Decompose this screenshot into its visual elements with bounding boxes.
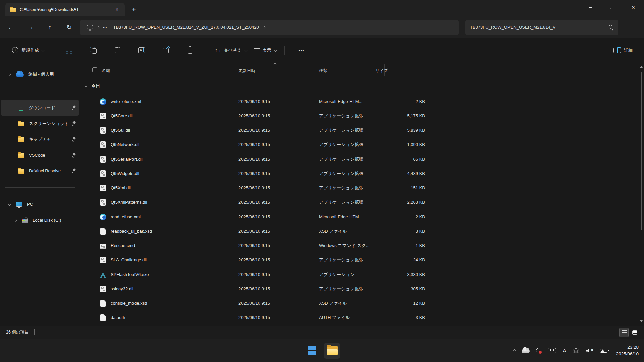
address-bar[interactable]: TB373FU_ROW_OPEN_USER_M21.814_V_ZUI_17.0… xyxy=(80,20,459,35)
collapse-chevron-icon[interactable] xyxy=(8,203,11,205)
scrollbar-thumb[interactable] xyxy=(641,72,642,230)
paste-button[interactable] xyxy=(110,44,125,57)
file-explorer-taskbar-button[interactable] xyxy=(324,343,340,359)
file-row[interactable]: Qt5XmlPatterns.dll 2025/06/10 9:15 アプリケー… xyxy=(80,195,644,209)
file-row[interactable]: Qt5SerialPort.dll 2025/06/10 9:15 アプリケーシ… xyxy=(80,152,644,166)
column-header-name[interactable]: 名前 xyxy=(102,68,110,74)
collapse-chevron-icon[interactable] xyxy=(85,85,87,87)
ime-mode-button[interactable]: A xyxy=(562,348,566,353)
refresh-button[interactable] xyxy=(63,21,75,34)
file-date: 2025/06/10 9:15 xyxy=(238,238,314,253)
sidebar-item-pc[interactable]: PC xyxy=(1,196,79,212)
file-name: read_efuse.xml xyxy=(111,214,141,219)
file-tab[interactable]: C:¥Users¥eusng¥Downloads¥T xyxy=(5,3,125,16)
vertical-scrollbar[interactable] xyxy=(639,64,643,324)
maximize-button[interactable] xyxy=(601,0,623,15)
close-button[interactable] xyxy=(623,0,644,15)
file-row[interactable]: read_efuse.xml 2025/06/10 9:15 Microsoft… xyxy=(80,209,644,224)
sidebar-pinned-item[interactable]: スクリーンショット xyxy=(1,116,79,131)
file-row[interactable]: SLA_Challenge.dll 2025/06/10 9:15 アプリケーシ… xyxy=(80,253,644,267)
share-button[interactable] xyxy=(158,44,173,57)
sidebar-pinned-item[interactable]: DaVinci Resolve xyxy=(1,163,79,179)
column-header-size[interactable]: サイズ xyxy=(375,68,388,74)
status-bar: 26 個の項目 xyxy=(0,326,644,339)
wifi-button[interactable] xyxy=(572,348,580,353)
chevron-right-icon xyxy=(97,26,99,28)
new-tab-button[interactable] xyxy=(128,4,140,15)
sidebar-item-label: VSCode xyxy=(29,153,67,158)
file-row[interactable]: console_mode.xsd 2025/06/10 9:15 XSD ファイ… xyxy=(80,296,644,310)
breadcrumb-ellipsis[interactable] xyxy=(101,24,109,31)
file-row[interactable]: Qt5Network.dll 2025/06/10 9:15 アプリケーション拡… xyxy=(80,137,644,152)
sort-ascending-icon xyxy=(274,63,276,66)
sync-tray-button[interactable] xyxy=(536,348,541,353)
copy-button[interactable] xyxy=(86,44,101,57)
taskbar-clock[interactable]: 23:28 2025/06/10 xyxy=(616,344,639,357)
file-row[interactable]: readback_ui_bak.xsd 2025/06/10 9:15 XSD … xyxy=(80,224,644,238)
scroll-up-icon[interactable] xyxy=(640,66,643,68)
column-divider[interactable] xyxy=(316,64,316,76)
file-row[interactable]: ssleay32.dll 2025/06/10 9:15 アプリケーション拡張 … xyxy=(80,282,644,296)
tab-close-icon[interactable] xyxy=(113,5,121,14)
touch-keyboard-button[interactable] xyxy=(548,348,556,353)
file-row[interactable]: Qt5Core.dll 2025/06/10 9:15 アプリケーション拡張 5… xyxy=(80,109,644,123)
volume-button[interactable] xyxy=(586,348,594,353)
volume-muted-icon xyxy=(586,348,594,353)
dll-file-icon xyxy=(100,141,106,148)
sort-button[interactable]: 並べ替え xyxy=(212,44,250,56)
sidebar-divider xyxy=(5,187,75,188)
view-button[interactable]: 表示 xyxy=(250,44,280,56)
sidebar-pinned-item[interactable]: ダウンロード xyxy=(1,100,79,116)
cut-button[interactable] xyxy=(61,44,77,57)
column-divider[interactable] xyxy=(234,64,234,76)
column-divider[interactable] xyxy=(430,64,430,76)
group-header-today[interactable]: 今日 xyxy=(80,78,644,94)
up-button[interactable] xyxy=(44,21,56,34)
sidebar-item-local-disk[interactable]: Local Disk (C:) xyxy=(1,212,79,228)
file-name-cell: Qt5XmlPatterns.dll xyxy=(100,195,234,209)
rename-button[interactable] xyxy=(134,44,149,57)
tray-overflow-button[interactable] xyxy=(513,350,515,352)
details-view-icon xyxy=(622,330,627,334)
column-header-type[interactable]: 種類 xyxy=(319,68,327,74)
details-pane-button[interactable]: 詳細 xyxy=(610,44,636,56)
battery-button[interactable] xyxy=(600,349,607,353)
breadcrumb-device[interactable] xyxy=(85,23,95,31)
new-button[interactable]: 新規作成 xyxy=(9,44,47,56)
forward-button[interactable] xyxy=(24,21,37,34)
sidebar-pinned-item[interactable]: VSCode xyxy=(1,147,79,163)
file-row[interactable]: Rescue.cmd 2025/06/10 9:15 Windows コマンド … xyxy=(80,238,644,253)
start-button[interactable] xyxy=(304,343,320,359)
back-button[interactable] xyxy=(5,21,17,34)
file-row[interactable]: Qt5Xml.dll 2025/06/10 9:15 アプリケーション拡張 15… xyxy=(80,181,644,195)
expand-chevron-icon[interactable] xyxy=(14,219,17,221)
expand-chevron-icon[interactable] xyxy=(8,73,11,75)
search-box[interactable]: TB373FU_ROW_OPEN_USER_M21.814_V xyxy=(465,20,618,35)
scroll-down-icon[interactable] xyxy=(640,320,643,322)
delete-button[interactable] xyxy=(182,44,198,57)
more-options-button[interactable] xyxy=(294,44,309,57)
file-name: Qt5Network.dll xyxy=(111,142,139,147)
breadcrumb-folder[interactable]: TB373FU_ROW_OPEN_USER_M21.814_V_ZUI_17.0… xyxy=(111,23,261,32)
view-button-label: 表示 xyxy=(263,47,271,53)
file-name: Qt5Gui.dll xyxy=(111,128,130,133)
file-size: 151 KB xyxy=(375,181,425,195)
file-date: 2025/06/10 9:15 xyxy=(238,123,314,137)
file-row[interactable]: da.auth 2025/06/10 9:15 AUTH ファイル 3 KB xyxy=(80,310,644,325)
sidebar-pinned-item[interactable]: キャプチャ xyxy=(1,131,79,147)
search-input[interactable]: TB373FU_ROW_OPEN_USER_M21.814_V xyxy=(470,25,609,30)
details-pane-label: 詳細 xyxy=(624,47,633,53)
windows-logo-icon xyxy=(308,346,317,355)
file-row[interactable]: write_efuse.xml 2025/06/10 9:15 Microsof… xyxy=(80,94,644,109)
file-row[interactable]: Qt5Widgets.dll 2025/06/10 9:15 アプリケーション拡… xyxy=(80,166,644,181)
onedrive-tray-button[interactable] xyxy=(522,348,530,353)
dll-file-icon xyxy=(100,170,106,177)
minimize-button[interactable] xyxy=(580,0,601,15)
file-row[interactable]: Qt5Gui.dll 2025/06/10 9:15 アプリケーション拡張 5,… xyxy=(80,123,644,137)
column-header-date[interactable]: 更新日時 xyxy=(238,68,255,74)
large-icons-view-toggle[interactable] xyxy=(630,328,639,337)
details-view-toggle[interactable] xyxy=(619,328,629,337)
sidebar-item-onedrive[interactable]: 悠樹 - 個人用 xyxy=(1,66,79,82)
file-row[interactable]: SPFlashToolV6.exe 2025/06/10 9:15 アプリケーシ… xyxy=(80,267,644,282)
select-all-checkbox[interactable] xyxy=(92,67,97,72)
